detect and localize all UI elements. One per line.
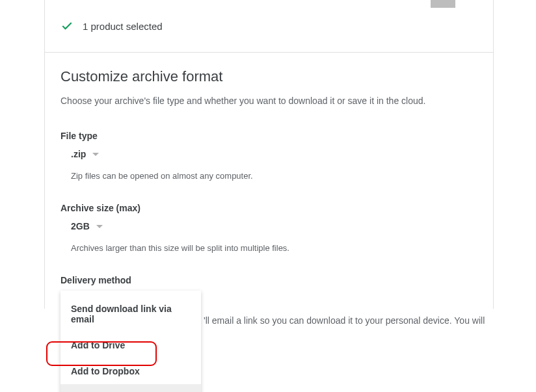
archive-size-helper: Archives larger than this size will be s… [60,243,477,253]
customize-heading: Customize archive format [60,68,477,85]
archive-size-dropdown[interactable]: 2GB [60,221,477,231]
file-type-label: File type [60,131,477,141]
check-icon [60,20,74,33]
archive-size-section: Archive size (max) 2GB Archives larger t… [60,203,477,253]
delivery-helper-partial: 'll email a link so you can download it … [204,315,485,326]
archive-size-value: 2GB [71,221,90,231]
chevron-down-icon [96,225,103,228]
content-area: Customize archive format Choose your arc… [45,53,493,309]
menu-item-onedrive[interactable]: Add to OneDrive [60,384,201,392]
delivery-section: Delivery method 'll email a link so you … [60,275,477,285]
scrollbar-thumb[interactable] [431,0,455,8]
status-text: 1 product selected [83,21,163,32]
customize-description: Choose your archive's file type and whet… [60,96,477,106]
file-type-dropdown[interactable]: .zip [60,149,477,159]
file-type-section: File type .zip Zip files can be opened o… [60,131,477,181]
main-container: 1 product selected Customize archive for… [44,0,494,309]
delivery-label: Delivery method [60,275,477,285]
status-bar: 1 product selected [45,0,493,53]
menu-item-email[interactable]: Send download link via email [60,296,201,332]
file-type-value: .zip [71,149,86,159]
menu-item-drive[interactable]: Add to Drive [60,332,201,358]
archive-size-label: Archive size (max) [60,203,477,213]
file-type-helper: Zip files can be opened on almost any co… [60,171,477,181]
chevron-down-icon [92,153,99,156]
delivery-dropdown-menu: Send download link via email Add to Driv… [60,291,201,392]
menu-item-dropbox[interactable]: Add to Dropbox [60,358,201,384]
